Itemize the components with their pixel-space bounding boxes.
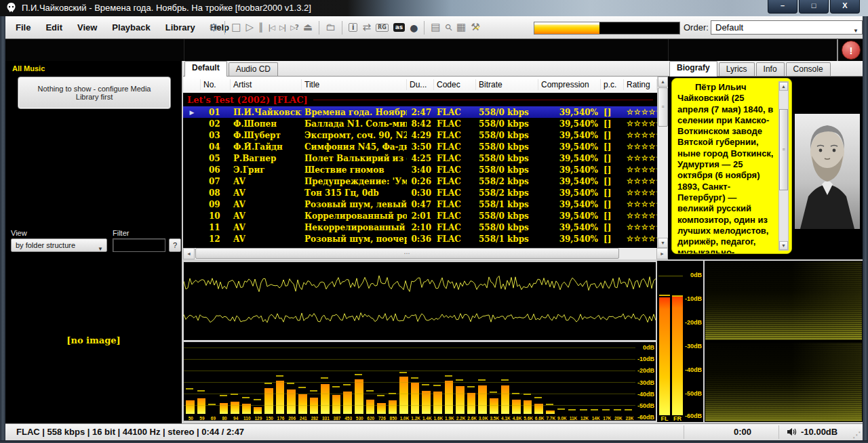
search-icon[interactable]: ⚲ — [443, 22, 454, 33]
spectrum-peak — [433, 385, 441, 386]
no-image-label: [no image] — [5, 335, 182, 345]
cell-codec: FLAC — [434, 200, 476, 209]
audioscrobbler-icon[interactable]: as — [393, 23, 405, 32]
toolbar-separator — [319, 21, 319, 35]
scroll-down-icon[interactable]: ▼ — [658, 238, 668, 248]
tab-info[interactable]: Info — [756, 62, 785, 76]
cell-pc: [] — [601, 211, 624, 221]
scroll-right-icon[interactable]: ► — [656, 248, 668, 259]
column-header-Rating[interactable]: Rating — [624, 79, 657, 90]
spectrum-bar — [276, 381, 285, 414]
table-row[interactable]: 11AVНекоррелированный розо...2:10FLAC558… — [183, 222, 657, 233]
menu-playback[interactable]: Playback — [104, 22, 157, 33]
bio-scrollbar[interactable]: ▲ ≡ ▼ — [778, 81, 789, 251]
scroll-up-icon[interactable]: ▲ — [658, 77, 668, 87]
random-icon[interactable]: ▷? — [290, 24, 298, 31]
volume-control[interactable]: -10.00dB — [787, 427, 837, 437]
scroll-down-icon[interactable]: ▼ — [779, 241, 788, 250]
minimize-button[interactable]: – — [768, 0, 797, 14]
replaygain-icon[interactable]: RG — [376, 24, 389, 32]
column-header-p.c.[interactable]: p.c. — [601, 79, 624, 90]
table-row[interactable]: 03Ф.ШубертЭкспромт, соч. 90, N24:29FLAC5… — [183, 129, 657, 141]
tab-console[interactable]: Console — [786, 62, 831, 76]
table-row[interactable]: 08AVТон 315 Гц, 0db0:30FLAC558/2 kbps39,… — [183, 187, 657, 198]
spectrum-peak — [276, 375, 283, 377]
order-dropdown[interactable]: Default ▼ — [711, 20, 863, 35]
spectrum-bar — [254, 407, 262, 414]
view-dropdown[interactable]: by folder structure ▼ — [11, 238, 107, 252]
table-row[interactable]: 04Ф.Й.ГайднСимфония N45, Фа-диез ...3:50… — [183, 141, 657, 152]
convert-icon[interactable]: ⇄ — [362, 22, 371, 33]
column-header-Artist[interactable]: Artist — [231, 79, 302, 90]
eject-icon[interactable]: ⏏ — [303, 22, 313, 33]
open-folder-icon[interactable]: 🗀 — [326, 22, 336, 33]
cell-dur: 0:36 — [407, 234, 434, 244]
table-row[interactable]: 05Р.ВагнерПолет Валькирий из опер...4:25… — [183, 152, 657, 164]
menu-edit[interactable]: Edit — [38, 22, 70, 33]
table-row[interactable]: ▶01П.И.ЧайковскийВремена года. Ноябрь. Н… — [183, 106, 657, 118]
tab-biografy[interactable]: Biografy — [669, 61, 717, 77]
group-header[interactable]: Let's Test (2002) [FLAC] — [183, 93, 657, 106]
scroll-up-icon[interactable]: ▲ — [779, 82, 788, 91]
table-row[interactable]: 06Э.ГригШествие гномов3:40FLAC558/0 kbps… — [183, 164, 657, 175]
filter-help-button[interactable]: ? — [169, 238, 181, 252]
info-icon[interactable]: i — [349, 23, 357, 32]
next-icon[interactable]: ▷| — [279, 24, 285, 31]
error-alert-icon[interactable]: ! — [842, 41, 861, 60]
table-row[interactable]: 07AVПредупреждение: 'Умень...0:26FLAC558… — [183, 175, 657, 187]
album-list-icon[interactable]: ▤ — [431, 22, 440, 33]
spectrum-band: 50 — [185, 342, 197, 421]
cell-title: Розовый шум, поочередн... — [302, 234, 407, 244]
resize-grip[interactable]: ⋰ — [852, 430, 861, 440]
maximize-button[interactable]: □ — [799, 0, 829, 14]
title-bar[interactable]: П.И.Чайковский - Времена года. Ноябрь. Н… — [0, 0, 868, 16]
play-icon[interactable]: ▷ — [246, 22, 254, 33]
tab-lyrics[interactable]: Lyrics — [719, 62, 755, 76]
filter-input[interactable] — [113, 238, 165, 252]
vscroll-thumb[interactable]: ≡ — [658, 87, 668, 127]
bio-scroll-thumb[interactable]: ≡ — [779, 109, 788, 190]
column-header-Title[interactable]: Title — [302, 79, 407, 90]
cell-rating: ☆☆☆☆☆ — [624, 119, 657, 128]
table-row[interactable]: 09AVРозовый шум, левый-пра...0:47FLAC558… — [183, 198, 657, 210]
column-header-Du...[interactable]: Du... — [407, 79, 434, 90]
verifier-icon[interactable]: ✓✓ — [474, 24, 479, 31]
menu-file[interactable]: File — [8, 22, 38, 33]
vu-channel-label: FL — [658, 415, 671, 422]
previous-icon[interactable]: |◁ — [269, 24, 275, 31]
tab-audio-cd[interactable]: Audio CD — [229, 62, 278, 76]
strip-divider — [668, 39, 669, 62]
menu-library[interactable]: Library — [158, 22, 203, 33]
column-header-No.[interactable]: No. — [201, 79, 231, 90]
pause-icon[interactable]: ∥ — [258, 22, 264, 33]
preferences-icon[interactable]: ⚙ — [209, 22, 218, 33]
column-header-indicator[interactable] — [183, 79, 201, 90]
playlist-hscrollbar[interactable]: ◄ ⋯ ► — [183, 248, 668, 259]
cell-codec: FLAC — [434, 177, 476, 186]
menu-bar: FileEditViewPlaybackLibraryHelp ⚙□▷∥|◁▷|… — [5, 16, 863, 39]
scroll-left-icon[interactable]: ◄ — [183, 248, 195, 259]
tab-default[interactable]: Default — [184, 61, 227, 77]
spectrum-peak — [287, 383, 294, 384]
cd-icon[interactable]: ● — [410, 23, 418, 33]
column-header-Bitrate[interactable]: Bitrate — [476, 79, 538, 90]
vu-db-label: -30dB — [685, 343, 702, 350]
table-row[interactable]: 10AVКоррелированный розовы...2:01FLAC558… — [183, 210, 657, 222]
playlist-vscrollbar[interactable]: ▲ ≡ ▼ — [657, 77, 668, 248]
hscroll-thumb[interactable]: ⋯ — [195, 248, 619, 259]
chevron-down-icon: ▼ — [98, 243, 103, 255]
menu-view[interactable]: View — [70, 22, 104, 33]
visualizer-area: [no image] 50596980941101291501762062412… — [5, 259, 863, 423]
table-row[interactable]: 12AVРозовый шум, поочередн...0:36FLAC558… — [183, 233, 657, 245]
seek-bar[interactable] — [534, 22, 680, 35]
configure-library-button[interactable]: Nothing to show - configure Media Librar… — [18, 77, 171, 109]
spectrum-peak — [490, 392, 497, 393]
close-button[interactable]: X — [830, 0, 860, 14]
matrix-icon[interactable]: ▦ — [456, 22, 466, 33]
speaker-icon — [787, 427, 797, 436]
column-header-Codec[interactable]: Codec — [434, 79, 476, 90]
cell-dur: 0:47 — [407, 200, 434, 209]
column-header-Compression[interactable]: Compression — [538, 79, 601, 90]
stop-icon[interactable]: □ — [231, 22, 241, 33]
table-row[interactable]: 02Ф.ШопенБаллада N1. Соль-минор...8:42FL… — [183, 118, 657, 129]
